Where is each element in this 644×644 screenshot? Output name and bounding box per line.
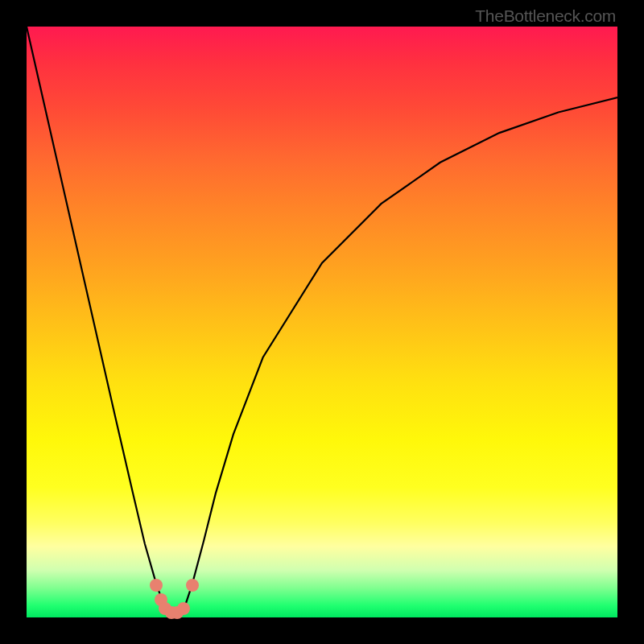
watermark-text: TheBottleneck.com [475,6,616,26]
chart-container: TheBottleneck.com [0,0,644,644]
plot-gradient-background [27,27,617,617]
